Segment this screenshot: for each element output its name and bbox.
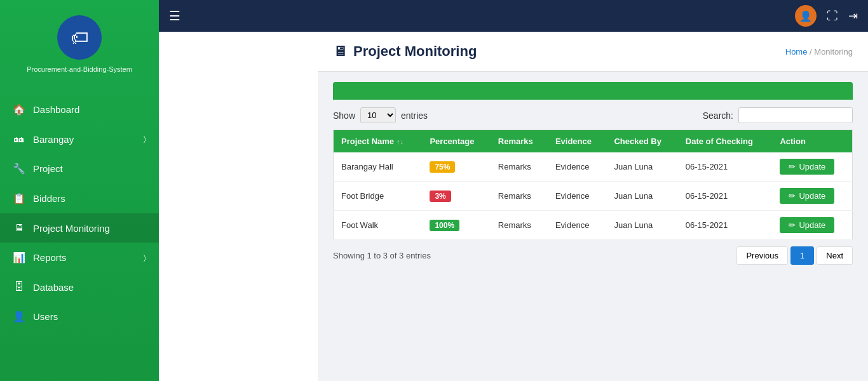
pencil-icon: ✏ xyxy=(789,191,796,201)
cell-project-name: Foot Bridge xyxy=(334,182,423,211)
sidebar-item-reports[interactable]: 📊 Reports 〉 xyxy=(0,243,159,272)
sidebar-label-project: Project xyxy=(33,163,63,174)
chevron-icon-reports: 〉 xyxy=(144,253,146,262)
sidebar-logo: 🏷 Procurement-and-Bidding-System xyxy=(0,0,159,84)
page-button-1[interactable]: 1 xyxy=(790,246,814,265)
search-input[interactable] xyxy=(738,107,853,123)
sidebar-item-database[interactable]: 🗄 Database xyxy=(0,272,159,302)
cell-percentage: 75% xyxy=(422,152,490,182)
cell-action: ✏ Update xyxy=(772,152,852,182)
sidebar-label-dashboard: Dashboard xyxy=(33,104,79,115)
percentage-badge: 100% xyxy=(430,220,459,231)
sidebar-item-barangay[interactable]: 🏘 Barangay 〉 xyxy=(0,124,159,154)
sidebar-label-barangay: Barangay xyxy=(33,134,74,145)
sidebar-label-database: Database xyxy=(33,282,74,293)
pagination-buttons: Previous1Next xyxy=(736,246,853,265)
cell-percentage: 100% xyxy=(422,211,490,240)
table-header-row: Project Name↑↓PercentageRemarksEvidenceC… xyxy=(334,130,853,153)
sidebar-icon-bidders: 📋 xyxy=(13,192,25,204)
avatar-icon: 👤 xyxy=(799,10,812,22)
pagination-area: Showing 1 to 3 of 3 entries Previous1Nex… xyxy=(333,240,853,267)
sidebar-label-users: Users xyxy=(33,311,58,322)
breadcrumb: Home / Monitoring xyxy=(785,47,853,57)
search-box: Search: xyxy=(703,107,853,123)
sidebar: 🏷 Procurement-and-Bidding-System 🏠 Dashb… xyxy=(0,0,159,381)
show-label: Show xyxy=(333,110,355,121)
sidebar-icon-users: 👤 xyxy=(13,311,25,323)
cell-percentage: 3% xyxy=(422,182,490,211)
col-header-percentage: Percentage xyxy=(422,130,490,153)
percentage-badge: 75% xyxy=(430,161,455,173)
hamburger-icon[interactable]: ☰ xyxy=(169,8,180,23)
show-entries: Show 102550100 entries xyxy=(333,107,428,123)
col-header-remarks: Remarks xyxy=(491,130,548,153)
table-row: Barangay Hall 75% Remarks Evidence Juan … xyxy=(334,152,853,182)
col-header-action: Action xyxy=(772,130,852,153)
sidebar-item-bidders[interactable]: 📋 Bidders xyxy=(0,184,159,213)
cell-evidence: Evidence xyxy=(548,182,607,211)
sidebar-icon-database: 🗄 xyxy=(13,281,25,293)
col-header-evidence: Evidence xyxy=(548,130,607,153)
sort-icon-project_name: ↑↓ xyxy=(397,138,403,145)
update-button-0[interactable]: ✏ Update xyxy=(780,159,834,175)
content-area: Show 102550100 entries Search: Project N… xyxy=(318,72,868,277)
sidebar-item-users[interactable]: 👤 Users xyxy=(0,302,159,331)
cell-checked-by: Juan Luna xyxy=(606,152,677,182)
table-body: Barangay Hall 75% Remarks Evidence Juan … xyxy=(334,152,853,240)
pencil-icon: ✏ xyxy=(789,162,796,171)
cell-evidence: Evidence xyxy=(548,211,607,240)
sidebar-item-project[interactable]: 🔧 Project xyxy=(0,154,159,184)
sidebar-label-project-monitoring: Project Monitoring xyxy=(33,223,110,234)
cell-evidence: Evidence xyxy=(548,152,607,182)
logout-icon[interactable]: ⇥ xyxy=(848,9,858,23)
main-content: 🖥 Project Monitoring Home / Monitoring S… xyxy=(318,32,868,381)
previous-button[interactable]: Previous xyxy=(736,246,788,265)
col-header-date_of_checking: Date of Checking xyxy=(678,130,773,153)
cell-action: ✏ Update xyxy=(772,211,852,240)
update-label: Update xyxy=(799,220,825,230)
avatar[interactable]: 👤 xyxy=(795,5,817,27)
sidebar-icon-dashboard: 🏠 xyxy=(13,104,25,116)
sidebar-icon-reports: 📊 xyxy=(13,251,25,264)
showing-text: Showing 1 to 3 of 3 entries xyxy=(333,251,431,260)
table-head: Project Name↑↓PercentageRemarksEvidenceC… xyxy=(334,130,853,153)
cell-project-name: Barangay Hall xyxy=(334,152,423,182)
update-button-1[interactable]: ✏ Update xyxy=(780,188,834,204)
cell-action: ✏ Update xyxy=(772,182,852,211)
table-row: Foot Walk 100% Remarks Evidence Juan Lun… xyxy=(334,211,853,240)
page-title: 🖥 Project Monitoring xyxy=(333,43,477,60)
cell-date: 06-15-2021 xyxy=(678,211,773,240)
topbar: ☰ 👤 ⛶ ⇥ xyxy=(159,0,868,32)
sidebar-item-project-monitoring[interactable]: 🖥 Project Monitoring xyxy=(0,213,159,243)
cell-date: 06-15-2021 xyxy=(678,152,773,182)
entries-select[interactable]: 102550100 xyxy=(360,107,396,123)
cell-remarks: Remarks xyxy=(491,211,548,240)
sidebar-label-reports: Reports xyxy=(33,252,67,263)
sidebar-nav: 🏠 Dashboard 🏘 Barangay 〉 🔧 Project 📋 Bid… xyxy=(0,95,159,331)
cell-remarks: Remarks xyxy=(491,152,548,182)
update-label: Update xyxy=(799,191,825,201)
cell-checked-by: Juan Luna xyxy=(606,211,677,240)
col-header-checked_by: Checked By xyxy=(606,130,677,153)
page-title-text: Project Monitoring xyxy=(353,43,477,60)
table-controls: Show 102550100 entries Search: xyxy=(333,107,853,123)
search-label: Search: xyxy=(703,110,733,121)
update-button-2[interactable]: ✏ Update xyxy=(780,217,834,233)
cell-remarks: Remarks xyxy=(491,182,548,211)
sidebar-icon-barangay: 🏘 xyxy=(13,133,25,145)
cell-date: 06-15-2021 xyxy=(678,182,773,211)
logo-icon: 🏷 xyxy=(57,15,102,60)
logo-text: Procurement-and-Bidding-System xyxy=(27,65,132,74)
entries-label: entries xyxy=(401,110,428,121)
table-row: Foot Bridge 3% Remarks Evidence Juan Lun… xyxy=(334,182,853,211)
next-button[interactable]: Next xyxy=(817,246,853,265)
fullscreen-icon[interactable]: ⛶ xyxy=(827,10,838,23)
cell-project-name: Foot Walk xyxy=(334,211,423,240)
data-table: Project Name↑↓PercentageRemarksEvidenceC… xyxy=(333,130,853,240)
breadcrumb-home-link[interactable]: Home xyxy=(785,47,808,57)
cell-checked-by: Juan Luna xyxy=(606,182,677,211)
col-header-project_name[interactable]: Project Name↑↓ xyxy=(334,130,423,153)
breadcrumb-current: Monitoring xyxy=(814,47,853,57)
sidebar-icon-project: 🔧 xyxy=(13,163,25,175)
sidebar-item-dashboard[interactable]: 🏠 Dashboard xyxy=(0,95,159,124)
